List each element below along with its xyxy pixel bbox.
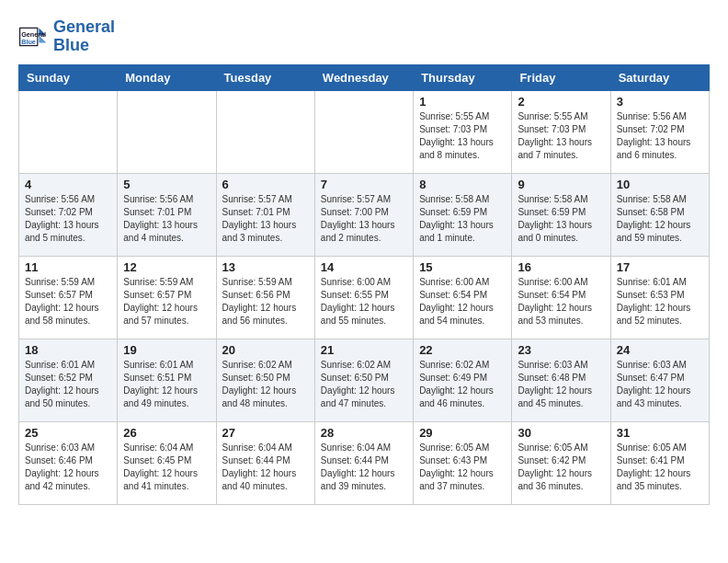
day-number: 10 [617,178,703,191]
calendar-week-row: 18Sunrise: 6:01 AM Sunset: 6:52 PM Dayli… [19,339,710,421]
calendar-day-cell: 13Sunrise: 5:59 AM Sunset: 6:56 PM Dayli… [216,256,314,339]
day-number: 6 [222,178,309,191]
calendar-day-cell: 19Sunrise: 6:01 AM Sunset: 6:51 PM Dayli… [118,339,216,421]
day-number: 11 [25,260,111,274]
day-detail: Sunrise: 5:59 AM Sunset: 6:57 PM Dayligh… [123,276,210,327]
calendar-day-cell: 17Sunrise: 6:01 AM Sunset: 6:53 PM Dayli… [610,256,709,339]
calendar-day-cell: 1Sunrise: 5:55 AM Sunset: 7:03 PM Daylig… [414,90,512,173]
calendar-day-cell: 8Sunrise: 5:58 AM Sunset: 6:59 PM Daylig… [414,173,512,256]
day-detail: Sunrise: 6:04 AM Sunset: 6:44 PM Dayligh… [222,442,309,493]
day-detail: Sunrise: 5:55 AM Sunset: 7:03 PM Dayligh… [419,110,506,162]
logo-icon: General Blue [18,22,48,52]
calendar-day-cell: 21Sunrise: 6:02 AM Sunset: 6:50 PM Dayli… [314,339,413,421]
calendar-day-cell: 24Sunrise: 6:03 AM Sunset: 6:47 PM Dayli… [610,339,709,421]
calendar-day-cell: 7Sunrise: 5:57 AM Sunset: 7:00 PM Daylig… [314,173,413,256]
day-detail: Sunrise: 5:57 AM Sunset: 7:01 PM Dayligh… [222,193,309,245]
calendar-day-cell: 28Sunrise: 6:04 AM Sunset: 6:44 PM Dayli… [314,421,413,504]
day-detail: Sunrise: 6:02 AM Sunset: 6:50 PM Dayligh… [222,359,309,410]
empty-day-cell [118,90,216,173]
day-detail: Sunrise: 6:03 AM Sunset: 6:47 PM Dayligh… [617,359,703,410]
calendar-day-cell: 15Sunrise: 6:00 AM Sunset: 6:54 PM Dayli… [414,256,512,339]
day-detail: Sunrise: 6:02 AM Sunset: 6:50 PM Dayligh… [321,359,407,410]
calendar-day-cell: 26Sunrise: 6:04 AM Sunset: 6:45 PM Dayli… [118,421,216,504]
day-number: 19 [123,343,210,357]
day-detail: Sunrise: 5:59 AM Sunset: 6:56 PM Dayligh… [222,276,309,327]
calendar-day-cell: 14Sunrise: 6:00 AM Sunset: 6:55 PM Dayli… [314,256,413,339]
empty-day-cell [314,90,413,173]
day-number: 14 [321,260,407,274]
day-detail: Sunrise: 5:59 AM Sunset: 6:57 PM Dayligh… [25,276,111,327]
logo: General Blue General Blue [18,18,115,55]
day-number: 20 [222,343,309,357]
calendar-day-cell: 27Sunrise: 6:04 AM Sunset: 6:44 PM Dayli… [216,421,314,504]
weekday-header-thursday: Thursday [414,64,512,90]
calendar-day-cell: 5Sunrise: 5:56 AM Sunset: 7:01 PM Daylig… [118,173,216,256]
calendar-day-cell: 20Sunrise: 6:02 AM Sunset: 6:50 PM Dayli… [216,339,314,421]
calendar-day-cell: 31Sunrise: 6:05 AM Sunset: 6:41 PM Dayli… [610,421,709,504]
weekday-header-wednesday: Wednesday [314,64,413,90]
empty-day-cell [19,90,118,173]
day-detail: Sunrise: 5:57 AM Sunset: 7:00 PM Dayligh… [321,193,407,245]
day-detail: Sunrise: 5:56 AM Sunset: 7:02 PM Dayligh… [25,193,111,245]
day-detail: Sunrise: 6:00 AM Sunset: 6:54 PM Dayligh… [419,276,506,327]
calendar-day-cell: 18Sunrise: 6:01 AM Sunset: 6:52 PM Dayli… [19,339,118,421]
day-number: 23 [518,343,604,357]
day-detail: Sunrise: 6:05 AM Sunset: 6:41 PM Dayligh… [617,442,703,493]
day-number: 12 [123,260,210,274]
calendar-day-cell: 10Sunrise: 5:58 AM Sunset: 6:58 PM Dayli… [610,173,709,256]
logo-text: General Blue [53,18,115,55]
day-detail: Sunrise: 6:01 AM Sunset: 6:53 PM Dayligh… [617,276,703,327]
day-detail: Sunrise: 5:56 AM Sunset: 7:01 PM Dayligh… [123,193,210,245]
day-detail: Sunrise: 5:56 AM Sunset: 7:02 PM Dayligh… [617,110,703,162]
day-number: 27 [222,426,309,440]
calendar-day-cell: 12Sunrise: 5:59 AM Sunset: 6:57 PM Dayli… [118,256,216,339]
day-number: 30 [518,426,604,440]
day-detail: Sunrise: 5:58 AM Sunset: 6:59 PM Dayligh… [518,193,604,245]
day-number: 24 [617,343,703,357]
calendar-day-cell: 4Sunrise: 5:56 AM Sunset: 7:02 PM Daylig… [19,173,118,256]
day-detail: Sunrise: 6:03 AM Sunset: 6:46 PM Dayligh… [25,442,111,493]
calendar-day-cell: 23Sunrise: 6:03 AM Sunset: 6:48 PM Dayli… [512,339,610,421]
weekday-header-monday: Monday [118,64,216,90]
calendar-week-row: 11Sunrise: 5:59 AM Sunset: 6:57 PM Dayli… [19,256,710,339]
day-detail: Sunrise: 5:55 AM Sunset: 7:03 PM Dayligh… [518,110,604,162]
day-detail: Sunrise: 6:03 AM Sunset: 6:48 PM Dayligh… [518,359,604,410]
day-detail: Sunrise: 6:00 AM Sunset: 6:54 PM Dayligh… [518,276,604,327]
calendar-day-cell: 9Sunrise: 5:58 AM Sunset: 6:59 PM Daylig… [512,173,610,256]
day-number: 1 [419,95,506,109]
calendar-day-cell: 3Sunrise: 5:56 AM Sunset: 7:02 PM Daylig… [610,90,709,173]
weekday-header-friday: Friday [512,64,610,90]
calendar-week-row: 25Sunrise: 6:03 AM Sunset: 6:46 PM Dayli… [19,421,710,504]
day-number: 8 [419,178,506,191]
day-detail: Sunrise: 6:05 AM Sunset: 6:42 PM Dayligh… [518,442,604,493]
day-detail: Sunrise: 6:04 AM Sunset: 6:44 PM Dayligh… [321,442,407,493]
day-number: 4 [25,178,111,191]
weekday-header-row: SundayMondayTuesdayWednesdayThursdayFrid… [19,64,710,90]
day-detail: Sunrise: 6:02 AM Sunset: 6:49 PM Dayligh… [419,359,506,410]
weekday-header-sunday: Sunday [19,64,118,90]
calendar-week-row: 1Sunrise: 5:55 AM Sunset: 7:03 PM Daylig… [19,90,710,173]
day-detail: Sunrise: 6:00 AM Sunset: 6:55 PM Dayligh… [321,276,407,327]
day-detail: Sunrise: 6:05 AM Sunset: 6:43 PM Dayligh… [419,442,506,493]
calendar-day-cell: 29Sunrise: 6:05 AM Sunset: 6:43 PM Dayli… [414,421,512,504]
calendar-day-cell: 30Sunrise: 6:05 AM Sunset: 6:42 PM Dayli… [512,421,610,504]
day-number: 31 [617,426,703,440]
day-number: 5 [123,178,210,191]
svg-text:Blue: Blue [21,38,36,46]
day-detail: Sunrise: 5:58 AM Sunset: 6:59 PM Dayligh… [419,193,506,245]
weekday-header-tuesday: Tuesday [216,64,314,90]
day-number: 7 [321,178,407,191]
day-number: 16 [518,260,604,274]
calendar-day-cell: 22Sunrise: 6:02 AM Sunset: 6:49 PM Dayli… [414,339,512,421]
header: General Blue General Blue [18,18,710,55]
calendar-day-cell: 6Sunrise: 5:57 AM Sunset: 7:01 PM Daylig… [216,173,314,256]
day-number: 25 [25,426,111,440]
day-number: 3 [617,95,703,109]
calendar-week-row: 4Sunrise: 5:56 AM Sunset: 7:02 PM Daylig… [19,173,710,256]
calendar-table: SundayMondayTuesdayWednesdayThursdayFrid… [18,64,710,505]
day-number: 15 [419,260,506,274]
day-number: 9 [518,178,604,191]
day-number: 28 [321,426,407,440]
day-detail: Sunrise: 6:01 AM Sunset: 6:51 PM Dayligh… [123,359,210,410]
calendar-day-cell: 25Sunrise: 6:03 AM Sunset: 6:46 PM Dayli… [19,421,118,504]
